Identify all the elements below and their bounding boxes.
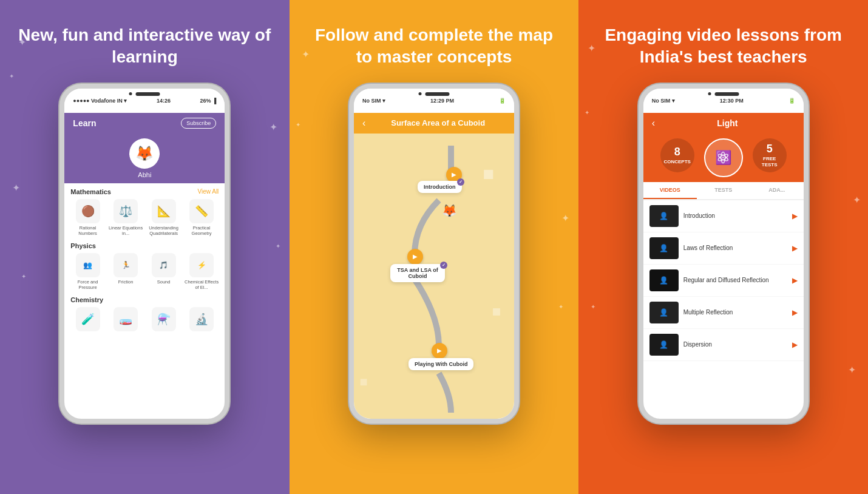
panel-2: ✦ ✦ ✦ ✦ Follow and complete the map to m… [290, 0, 579, 494]
video-item-multiple[interactable]: 👤 Multiple Reflection ▶ [643, 297, 804, 329]
concepts-label: CONCEPTS [663, 159, 690, 165]
sound-label: Sound [157, 279, 171, 285]
panel-3: ✦ ✦ ✦ ✦ ✦ Engaging video lessons from In… [578, 0, 868, 494]
speaker [136, 92, 160, 96]
chem-icon-3: ⚗️ [152, 307, 176, 331]
video-item-intro[interactable]: 👤 Introduction ▶ [643, 200, 804, 232]
phone-notch-3 [708, 89, 739, 96]
play-icon-dispersion[interactable]: ▶ [792, 340, 798, 349]
play-icon-tsa: ▶ [413, 253, 418, 260]
video-item-dispersion[interactable]: 👤 Dispersion ▶ [643, 329, 804, 361]
star-decoration: ✦ [276, 243, 280, 249]
map-header: ‹ Surface Area of a Cuboid [354, 113, 514, 134]
teacher-icon-2: 👤 [659, 244, 668, 252]
video-title-regular: Regular and Diffused Reflection [683, 276, 787, 284]
video-list: 👤 Introduction ▶ 👤 Laws of Reflection ▶ … [643, 200, 804, 361]
teacher-icon: 👤 [659, 212, 668, 220]
chem-item-4[interactable]: 🔬 [185, 307, 219, 333]
subject-friction[interactable]: 🏃 Friction [109, 253, 143, 290]
phone-notch-2 [419, 89, 450, 96]
subject-chemical[interactable]: ⚡ Chemical Effects of El... [185, 253, 219, 290]
subject-practical-geometry[interactable]: 📏 Practical Geometry [185, 199, 219, 236]
phone-mockup-2: No SIM ▾ 12:29 PM 🔋 ‹ Surface Area of a … [349, 84, 519, 424]
panel-1: ✦ ✦ ✦ ✦ ✦ ✦ New, fun and interactive way… [0, 0, 290, 494]
phone-mockup-1: ●●●●● Vodafone IN ▾ 14:26 26% ▐ Learn Su… [59, 84, 229, 424]
math-view-all[interactable]: View All [197, 188, 219, 195]
tsa-node[interactable]: TSA and LSA of Cuboid ✓ [390, 264, 445, 282]
star-decoration: ✦ [558, 303, 563, 310]
video-thumb-laws: 👤 [649, 237, 679, 259]
tab-ada[interactable]: ADA... [750, 182, 804, 199]
panel-2-title: Follow and complete the map to master co… [308, 24, 561, 69]
play-icon-intro[interactable]: ▶ [792, 212, 798, 220]
math-section-header: Mathematics View All [70, 188, 219, 195]
subscribe-button[interactable]: Subscribe [181, 118, 216, 129]
star-decoration: ✦ [848, 364, 856, 376]
subject-rational-numbers[interactable]: 🟤 Rational Numbers [70, 199, 105, 236]
intro-node[interactable]: Introduction ✓ [418, 181, 462, 193]
video-item-laws[interactable]: 👤 Laws of Reflection ▶ [643, 232, 804, 265]
play-button-playing[interactable]: ▶ [432, 343, 447, 359]
video-title-intro: Introduction [683, 212, 787, 220]
chem-item-2[interactable]: 🧫 [109, 307, 143, 333]
play-icon-laws[interactable]: ▶ [792, 244, 798, 252]
video-title-multiple: Multiple Reflection [683, 308, 787, 316]
science-icon-circle: ⚛️ [704, 138, 743, 177]
play-icon-playing: ▶ [437, 347, 442, 354]
practical-geometry-icon: 📏 [189, 199, 214, 223]
video-thumb-multiple: 👤 [649, 302, 679, 323]
intro-node-label: Introduction [424, 184, 456, 190]
avatar: 🦊 [129, 138, 160, 169]
play-icon-multiple[interactable]: ▶ [792, 308, 798, 317]
status-battery: 26% ▐ [200, 98, 216, 104]
practical-geometry-label: Practical Geometry [185, 225, 219, 236]
chemistry-section-header: Chemistry [70, 296, 219, 303]
front-camera-3 [708, 92, 711, 95]
friction-icon: 🏃 [114, 253, 138, 277]
app-header-1: Learn Subscribe [64, 113, 225, 134]
status-bar-2: No SIM ▾ 12:29 PM 🔋 [354, 89, 514, 113]
subject-quadrilaterals[interactable]: 📐 Understanding Quadrilaterals [146, 199, 181, 236]
map-title: Surface Area of a Cuboid [370, 118, 506, 127]
tsa-node-label: TSA and LSA of Cuboid [397, 267, 438, 279]
star-decoration: ✦ [585, 109, 589, 116]
video-item-regular[interactable]: 👤 Regular and Diffused Reflection ▶ [643, 265, 804, 297]
teacher-icon-4: 👤 [659, 308, 668, 317]
chem-item-3[interactable]: ⚗️ [146, 307, 181, 333]
math-title: Mathematics [70, 188, 111, 195]
status-bar-3: No SIM ▾ 12:30 PM 🔋 [643, 89, 804, 113]
subject-force-pressure[interactable]: 👥 Force and Pressure [70, 253, 105, 290]
tab-videos[interactable]: VIDEOS [643, 182, 697, 199]
chem-icon-2: 🧫 [114, 307, 138, 331]
speaker-2 [426, 92, 450, 96]
status-time-2: 12:29 PM [430, 98, 454, 104]
subject-sound[interactable]: 🎵 Sound [146, 253, 181, 290]
concepts-circle[interactable]: 8 CONCEPTS [660, 138, 694, 172]
play-button-tsa[interactable]: ▶ [407, 249, 423, 265]
video-title-laws: Laws of Reflection [683, 244, 787, 252]
chem-item-1[interactable]: 🧪 [70, 307, 105, 333]
tests-circle[interactable]: 5 FREE TESTS [753, 138, 787, 172]
chemistry-title: Chemistry [70, 296, 103, 303]
speaker-3 [714, 92, 739, 96]
video-title-dispersion: Dispersion [683, 340, 787, 348]
chemistry-grid: 🧪 🧫 ⚗️ 🔬 [70, 307, 219, 333]
chemical-label: Chemical Effects of El... [185, 279, 219, 290]
phone-mockup-3: No SIM ▾ 12:30 PM 🔋 ‹ Light 8 CONCEPTS ⚛… [639, 84, 809, 424]
back-button-2[interactable]: ‹ [362, 118, 365, 129]
linear-equations-icon: ⚖️ [114, 199, 138, 223]
back-button-3[interactable]: ‹ [652, 118, 655, 129]
teacher-icon-3: 👤 [659, 276, 668, 285]
playing-node[interactable]: Playing With Cuboid [409, 358, 473, 370]
front-camera-2 [419, 92, 422, 95]
playing-node-label: Playing With Cuboid [415, 361, 467, 367]
tests-label: FREE TESTS [762, 156, 778, 169]
map-area: 🦊 ▶ Introduction ✓ ▶ TSA and LSA of Cubo… [354, 134, 514, 424]
star-decoration: ✦ [561, 212, 569, 224]
play-icon-regular[interactable]: ▶ [792, 276, 798, 285]
tab-tests[interactable]: TESTS [697, 182, 750, 199]
force-pressure-icon: 👥 [76, 253, 100, 277]
light-title: Light [660, 118, 795, 128]
subject-linear-equations[interactable]: ⚖️ Linear Equations in... [109, 199, 143, 236]
star-decoration: ✦ [9, 73, 14, 80]
